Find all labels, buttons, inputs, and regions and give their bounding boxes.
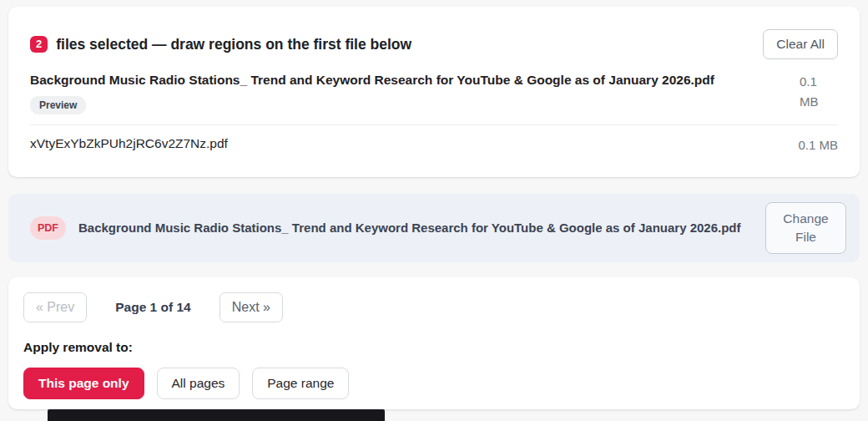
pdf-type-badge: PDF (30, 216, 66, 241)
active-file-card: PDF Background Music Radio Stations_ Tre… (8, 194, 860, 262)
next-page-button[interactable]: Next » (220, 292, 283, 322)
preview-badge: Preview (30, 96, 86, 114)
file-info: Background Music Radio Stations_ Trend a… (30, 72, 790, 114)
file-size: 0.1 MB (800, 72, 838, 112)
file-row: Background Music Radio Stations_ Trend a… (30, 72, 838, 125)
apply-this-page-only-button[interactable]: This page only (23, 368, 144, 399)
active-file-name: Background Music Radio Stations_ Trend a… (78, 218, 741, 237)
file-name: xVtyExYbZkPUh2jRC6v2Z7Nz.pdf (30, 135, 788, 153)
clear-all-button[interactable]: Clear All (763, 29, 838, 59)
page: 2 files selected — draw regions on the f… (0, 0, 868, 421)
file-size: 0.1 MB (798, 135, 838, 155)
file-count-badge: 2 (30, 36, 48, 53)
selection-header: 2 files selected — draw regions on the f… (30, 29, 838, 59)
file-name: Background Music Radio Stations_ Trend a… (30, 72, 790, 89)
apply-all-pages-button[interactable]: All pages (157, 368, 240, 399)
file-info: xVtyExYbZkPUh2jRC6v2Z7Nz.pdf (30, 135, 788, 153)
file-row: xVtyExYbZkPUh2jRC6v2Z7Nz.pdf 0.1 MB (30, 125, 838, 155)
prev-page-button[interactable]: « Prev (23, 292, 87, 322)
file-list: Background Music Radio Stations_ Trend a… (30, 72, 838, 155)
selection-card: 2 files selected — draw regions on the f… (8, 7, 860, 177)
pdf-viewer-top-edge (48, 409, 385, 421)
pagination: « Prev Page 1 of 14 Next » (23, 292, 845, 322)
controls-card: « Prev Page 1 of 14 Next » Apply removal… (8, 277, 860, 409)
apply-options: This page only All pages Page range (23, 368, 845, 399)
apply-page-range-button[interactable]: Page range (252, 368, 349, 399)
change-file-button[interactable]: Change File (765, 202, 846, 255)
selection-title: files selected — draw regions on the fir… (56, 36, 411, 53)
page-status: Page 1 of 14 (115, 300, 190, 315)
apply-removal-label: Apply removal to: (23, 340, 845, 355)
